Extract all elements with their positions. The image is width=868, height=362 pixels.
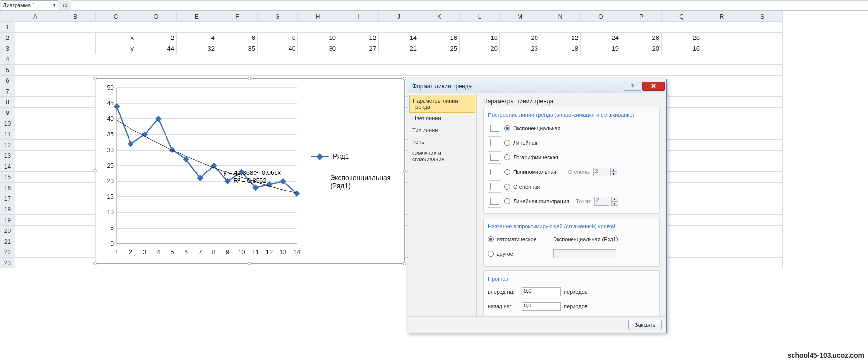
radio-exp[interactable]	[504, 125, 510, 131]
col-header[interactable]: R	[702, 11, 742, 22]
fwd-input[interactable]: 0,0	[522, 287, 561, 296]
col-header[interactable]: K	[419, 11, 460, 22]
row-header[interactable]: 4	[0, 54, 15, 65]
cell[interactable]: y	[96, 43, 136, 54]
row-header[interactable]: 8	[0, 97, 15, 108]
nav-line-color[interactable]: Цвет линии	[408, 113, 476, 124]
cell[interactable]	[742, 33, 783, 43]
resize-handle[interactable]	[248, 262, 251, 265]
row-header[interactable]: 6	[0, 76, 15, 86]
resize-handle[interactable]	[403, 262, 406, 265]
row-header[interactable]: 20	[0, 226, 15, 236]
col-header[interactable]: F	[217, 11, 258, 22]
cell[interactable]: 18	[460, 33, 500, 43]
row-header[interactable]: 1	[0, 22, 15, 33]
radio-lin[interactable]	[504, 140, 510, 146]
row-header[interactable]: 19	[0, 215, 15, 226]
col-header[interactable]: C	[96, 11, 136, 22]
cell[interactable]: 40	[258, 43, 298, 54]
cell[interactable]: 18	[540, 43, 581, 54]
cell[interactable]: 16	[419, 33, 460, 43]
row-header[interactable]: 21	[0, 236, 15, 247]
cell[interactable]: 28	[662, 33, 702, 43]
cell[interactable]	[702, 43, 742, 54]
spreadsheet-grid[interactable]: A B C D E F G H I J K L M N O P Q R S 1 …	[0, 11, 868, 362]
col-header[interactable]: M	[500, 11, 540, 22]
resize-handle[interactable]	[93, 77, 97, 80]
cell[interactable]: 6	[217, 33, 258, 43]
cell[interactable]: 10	[298, 33, 338, 43]
row-header[interactable]: 5	[0, 65, 15, 76]
input-name-other[interactable]	[553, 249, 616, 258]
row-header[interactable]: 7	[0, 86, 15, 97]
resize-handle[interactable]	[403, 77, 406, 80]
cell[interactable]	[15, 43, 55, 54]
cell[interactable]	[702, 33, 742, 43]
row-header[interactable]: 11	[0, 129, 15, 140]
row-header[interactable]: 15	[0, 172, 15, 183]
resize-handle[interactable]	[403, 169, 406, 172]
row-header[interactable]: 17	[0, 193, 15, 204]
cell[interactable]	[742, 43, 783, 54]
cell[interactable]	[15, 54, 783, 65]
col-header[interactable]: E	[177, 11, 217, 22]
cell[interactable]: 32	[177, 43, 217, 54]
col-header[interactable]: O	[581, 11, 621, 22]
cell[interactable]: 22	[540, 33, 581, 43]
resize-handle[interactable]	[93, 169, 97, 172]
col-header[interactable]: D	[136, 11, 177, 22]
col-header[interactable]: N	[540, 11, 581, 22]
radio-name-other[interactable]	[488, 251, 494, 257]
dialog-titlebar[interactable]: Формат линии тренда ? ✕	[408, 79, 666, 93]
formula-input[interactable]	[71, 0, 868, 10]
cell[interactable]: 20	[500, 33, 540, 43]
radio-poly[interactable]	[504, 169, 510, 175]
cell[interactable]: 4	[177, 33, 217, 43]
cell[interactable]	[15, 22, 783, 33]
cell[interactable]	[15, 33, 55, 43]
cell[interactable]: 14	[379, 33, 419, 43]
row-header[interactable]: 3	[0, 43, 15, 54]
cell[interactable]	[55, 43, 96, 54]
col-header[interactable]: S	[742, 11, 783, 22]
row-header[interactable]: 22	[0, 247, 15, 258]
row-header[interactable]: 16	[0, 183, 15, 193]
col-header[interactable]: I	[338, 11, 379, 22]
row-header[interactable]: 18	[0, 204, 15, 215]
cell[interactable]: 35	[217, 43, 258, 54]
col-header[interactable]: L	[460, 11, 500, 22]
col-header[interactable]: B	[55, 11, 96, 22]
row-header[interactable]: 12	[0, 140, 15, 151]
chevron-down-icon[interactable]: ▼	[52, 3, 56, 8]
col-header[interactable]: J	[379, 11, 419, 22]
cell[interactable]	[55, 33, 96, 43]
col-header[interactable]: P	[621, 11, 662, 22]
cell[interactable]: 44	[136, 43, 177, 54]
trendline-format-dialog[interactable]: Формат линии тренда ? ✕ Параметры линии …	[408, 79, 667, 333]
radio-movavg[interactable]	[504, 198, 510, 204]
col-header[interactable]: G	[258, 11, 298, 22]
row-header[interactable]: 9	[0, 108, 15, 118]
nav-shadow[interactable]: Тень	[408, 136, 476, 148]
cell[interactable]: 21	[379, 43, 419, 54]
col-header[interactable]: A	[15, 11, 55, 22]
nav-glow[interactable]: Свечение и сглаживание	[408, 148, 476, 165]
resize-handle[interactable]	[248, 77, 251, 80]
row-header[interactable]: 23	[0, 258, 15, 268]
cell[interactable]: 20	[621, 43, 662, 54]
cell[interactable]: 8	[258, 33, 298, 43]
close-button[interactable]: ✕	[642, 82, 665, 91]
chart-object[interactable]: 051015202530354045501234567891011121314y…	[95, 78, 405, 264]
cell[interactable]	[15, 65, 783, 76]
cell[interactable]: 30	[298, 43, 338, 54]
row-header[interactable]: 14	[0, 161, 15, 172]
cell[interactable]: 12	[338, 33, 379, 43]
cell[interactable]: 16	[662, 43, 702, 54]
radio-pow[interactable]	[504, 184, 510, 190]
row-header[interactable]: 2	[0, 33, 15, 43]
resize-handle[interactable]	[93, 262, 97, 265]
cell[interactable]: 26	[621, 33, 662, 43]
radio-log[interactable]	[504, 154, 510, 160]
col-header[interactable]: Q	[662, 11, 702, 22]
cell[interactable]: 20	[460, 43, 500, 54]
